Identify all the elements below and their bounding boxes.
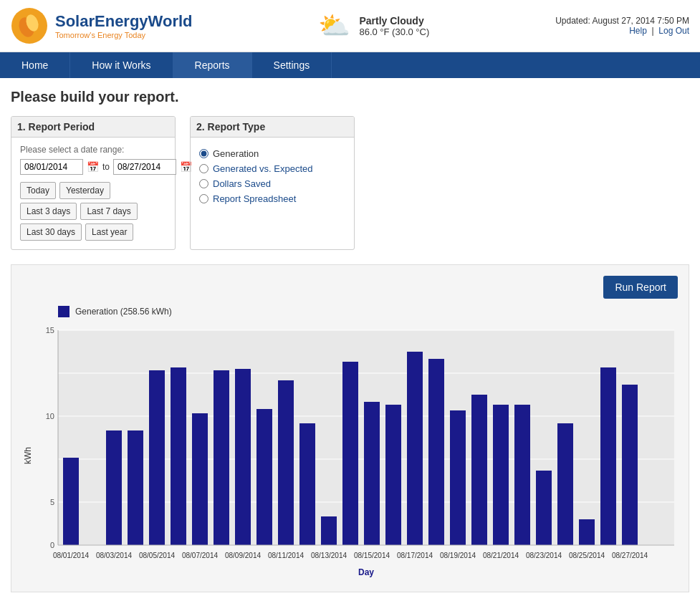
radio-spreadsheet-input[interactable]: [199, 194, 208, 203]
y-axis-label: kWh: [23, 447, 33, 464]
yesterday-button[interactable]: Yesterday: [59, 182, 110, 199]
last-3-days-button[interactable]: Last 3 days: [20, 203, 77, 220]
svg-text:08/19/2014: 08/19/2014: [440, 552, 476, 559]
today-button[interactable]: Today: [20, 182, 56, 199]
svg-text:08/09/2014: 08/09/2014: [225, 552, 261, 559]
logo-text: SolarEnergyWorld Tomorrow's Energy Today: [55, 12, 193, 39]
nav-settings[interactable]: Settings: [252, 52, 332, 78]
radio-options: Generation Generated vs. Expected Dollar…: [199, 145, 345, 204]
radio-dollars-saved-label: Dollars Saved: [213, 178, 271, 189]
bar-0816: [385, 405, 401, 545]
bar-0819: [450, 410, 466, 545]
date-from-input[interactable]: [20, 159, 83, 175]
weather-icon: ⛅: [318, 11, 350, 41]
last-7-days-button[interactable]: Last 7 days: [80, 203, 137, 220]
radio-dollars-saved-input[interactable]: [199, 179, 208, 188]
weather-condition: Partly Cloudy: [359, 15, 429, 27]
bar-0809: [235, 369, 251, 545]
weather-temp: 86.0 °F (30.0 °C): [359, 27, 429, 37]
updated-text: Updated: August 27, 2014 7:50 PM: [555, 16, 689, 26]
svg-text:08/27/2014: 08/27/2014: [612, 552, 648, 559]
svg-text:5: 5: [50, 498, 54, 506]
bar-0817: [407, 352, 423, 545]
period-section: 1. Report Period Please select a date ra…: [11, 116, 176, 250]
bar-0805: [149, 370, 165, 545]
date-inputs: 📅 to 📅: [20, 159, 166, 175]
svg-text:08/21/2014: 08/21/2014: [483, 552, 519, 559]
main-nav: Home How it Works Reports Settings: [0, 52, 700, 78]
radio-generation[interactable]: Generation: [199, 148, 345, 159]
weather-info: Partly Cloudy 86.0 °F (30.0 °C): [359, 15, 429, 37]
chart-container: Run Report Generation (258.56 kWh) kWh: [11, 264, 689, 592]
svg-text:08/03/2014: 08/03/2014: [96, 552, 132, 559]
svg-text:08/05/2014: 08/05/2014: [139, 552, 175, 559]
bar-0814: [342, 362, 358, 545]
bar-0821: [493, 405, 509, 545]
bar-0827: [622, 385, 638, 545]
svg-text:15: 15: [46, 326, 54, 335]
radio-gen-vs-expected[interactable]: Generated vs. Expected: [199, 163, 345, 174]
svg-text:08/17/2014: 08/17/2014: [397, 552, 433, 559]
bar-0804: [128, 430, 143, 545]
legend-label: Generation (258.56 kWh): [75, 307, 172, 317]
svg-text:08/11/2014: 08/11/2014: [268, 552, 304, 559]
update-area: Updated: August 27, 2014 7:50 PM Help | …: [555, 16, 689, 36]
radio-gen-vs-expected-input[interactable]: [199, 164, 208, 173]
last-30-days-button[interactable]: Last 30 days: [20, 223, 82, 241]
legend-color-box: [58, 306, 69, 317]
bar-0807: [192, 413, 208, 545]
date-to-input[interactable]: [113, 159, 176, 175]
chart-area: kWh 15 10 5 0: [22, 323, 678, 581]
svg-text:08/01/2014: 08/01/2014: [53, 552, 89, 559]
bar-0806: [171, 367, 186, 545]
bar-0815: [364, 402, 380, 545]
bar-0822: [514, 405, 530, 545]
logo-icon: [11, 7, 48, 44]
last-year-button[interactable]: Last year: [85, 223, 133, 241]
main-content: Please build your report. 1. Report Peri…: [0, 78, 700, 603]
report-builder: 1. Report Period Please select a date ra…: [11, 116, 689, 250]
radio-generation-label: Generation: [213, 148, 259, 159]
nav-home[interactable]: Home: [0, 52, 70, 78]
radio-dollars-saved[interactable]: Dollars Saved: [199, 178, 345, 189]
bar-0818: [428, 359, 444, 545]
bar-0801: [63, 458, 79, 545]
bar-0808: [214, 370, 229, 545]
run-report-button[interactable]: Run Report: [603, 276, 678, 299]
radio-spreadsheet[interactable]: Report Spreadsheet: [199, 193, 345, 204]
svg-text:08/07/2014: 08/07/2014: [182, 552, 218, 559]
chart-legend: Generation (258.56 kWh): [22, 306, 678, 317]
bar-0826: [600, 367, 616, 545]
logout-link[interactable]: Log Out: [658, 26, 689, 36]
cal-from-icon[interactable]: 📅: [87, 161, 99, 173]
bar-0803: [106, 430, 122, 545]
chart-header: Run Report: [22, 276, 678, 299]
bar-0825: [579, 519, 595, 545]
bar-0810: [256, 409, 272, 545]
page-title: Please build your report.: [11, 89, 689, 105]
bar-0823: [536, 471, 552, 545]
logo-area: SolarEnergyWorld Tomorrow's Energy Today: [11, 7, 193, 44]
svg-text:0: 0: [50, 541, 54, 549]
bar-chart: kWh 15 10 5 0: [22, 323, 681, 581]
site-header: SolarEnergyWorld Tomorrow's Energy Today…: [0, 0, 700, 52]
radio-gen-vs-expected-label: Generated vs. Expected: [213, 163, 312, 174]
period-section-title: 1. Report Period: [11, 117, 175, 138]
company-tagline: Tomorrow's Energy Today: [55, 31, 193, 39]
svg-text:08/15/2014: 08/15/2014: [354, 552, 390, 559]
radio-spreadsheet-label: Report Spreadsheet: [213, 193, 296, 204]
radio-generation-input[interactable]: [199, 149, 208, 158]
svg-text:10: 10: [46, 412, 54, 420]
company-name: SolarEnergyWorld: [55, 12, 193, 31]
bar-0824: [557, 423, 573, 545]
nav-how-it-works[interactable]: How it Works: [70, 52, 173, 78]
bar-0812: [299, 423, 315, 545]
date-range-label: Please select a date range:: [20, 145, 166, 155]
nav-reports[interactable]: Reports: [173, 52, 252, 78]
date-to-label: to: [102, 162, 110, 172]
type-section-title: 2. Report Type: [191, 117, 354, 138]
quick-buttons: Today Yesterday Last 3 days Last 7 days …: [20, 182, 166, 241]
svg-text:08/13/2014: 08/13/2014: [311, 552, 347, 559]
bar-0811: [278, 380, 294, 545]
help-link[interactable]: Help: [629, 26, 647, 36]
